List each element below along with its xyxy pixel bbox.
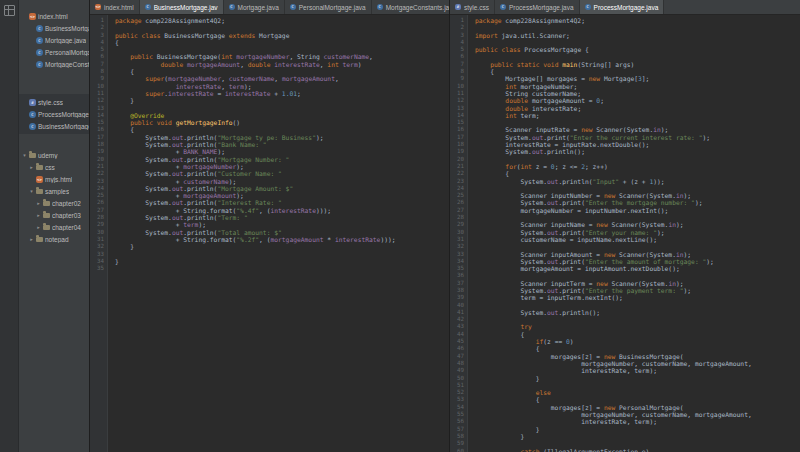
line-number[interactable]: 11: [90, 90, 107, 97]
line-number[interactable]: 42: [450, 316, 467, 323]
line-number[interactable]: 41: [450, 309, 467, 316]
line-number[interactable]: 60: [450, 448, 467, 452]
line-number[interactable]: 34: [90, 258, 107, 265]
tab-style-css[interactable]: #style.css: [450, 0, 495, 14]
code-line-27[interactable]: 27 + String.format("%.4f", (interestRate…: [90, 207, 449, 214]
code-line-13[interactable]: 13 double interestRate;: [450, 105, 800, 112]
line-number[interactable]: 4: [450, 39, 467, 46]
tree-folder-css[interactable]: ▸css: [19, 161, 89, 173]
line-number[interactable]: 52: [450, 389, 467, 396]
line-number[interactable]: 7: [450, 61, 467, 68]
line-number[interactable]: 15: [90, 119, 107, 126]
line-number[interactable]: 28: [90, 214, 107, 221]
line-number[interactable]: 46: [450, 345, 467, 352]
code-line-39[interactable]: 39 term = inputTerm.nextInt();: [450, 294, 800, 301]
tree-file-businessmortgage-java[interactable]: CBusinessMortgage.java: [19, 120, 89, 132]
code-line-46[interactable]: 46 {: [450, 345, 800, 352]
line-number[interactable]: 22: [90, 170, 107, 177]
code-line-23[interactable]: 23 + customerName);: [90, 178, 449, 185]
line-number[interactable]: 45: [450, 338, 467, 345]
line-number[interactable]: 54: [450, 404, 467, 411]
line-number[interactable]: 19: [90, 148, 107, 155]
line-number[interactable]: 9: [90, 75, 107, 82]
tab-processmortgage-java[interactable]: CProcessMortgage.java: [580, 0, 665, 14]
line-number[interactable]: 10: [90, 83, 107, 90]
line-number[interactable]: 38: [450, 287, 467, 294]
code-line-21[interactable]: 21 for(int z = 0; z <= 2; z++): [450, 163, 800, 170]
tab-processmortgage-java[interactable]: CProcessMortgage.java: [495, 0, 580, 14]
code-line-3[interactable]: 3import java.util.Scanner;: [450, 32, 800, 39]
code-line-8[interactable]: 8 {: [450, 68, 800, 75]
line-number[interactable]: 28: [450, 214, 467, 221]
line-number[interactable]: 50: [450, 375, 467, 382]
line-number[interactable]: 15: [450, 119, 467, 126]
code-line-45[interactable]: 45 if(z == 0): [450, 338, 800, 345]
line-number[interactable]: 37: [450, 280, 467, 287]
code-line-13[interactable]: 13: [90, 105, 449, 112]
line-number[interactable]: 35: [90, 265, 107, 272]
code-line-2[interactable]: 2: [450, 24, 800, 31]
line-number[interactable]: 47: [450, 353, 467, 360]
tree-file-businessmortgage-java[interactable]: CBusinessMortgage.java: [19, 22, 89, 34]
line-number[interactable]: 10: [450, 83, 467, 90]
code-line-4[interactable]: 4: [450, 39, 800, 46]
code-line-32[interactable]: 32: [450, 243, 800, 250]
code-line-4[interactable]: 4{: [90, 39, 449, 46]
tree-file-processmortgage-java[interactable]: CProcessMortgage.java: [19, 108, 89, 120]
tree-file-myjs-html[interactable]: <>myjs.html: [19, 173, 89, 185]
code-line-53[interactable]: 53 {: [450, 396, 800, 403]
tree-file-mortgage-java[interactable]: CMortgage.java: [19, 34, 89, 46]
line-number[interactable]: 22: [450, 170, 467, 177]
line-number[interactable]: 21: [450, 163, 467, 170]
code-line-33[interactable]: 33 Scanner inputAmount = new Scanner(Sys…: [450, 251, 800, 258]
line-number[interactable]: 3: [90, 32, 107, 39]
code-line-9[interactable]: 9 Mortgage[] morgages = new Mortgage[3];: [450, 75, 800, 82]
line-number[interactable]: 25: [90, 192, 107, 199]
code-line-43[interactable]: 43 try: [450, 323, 800, 330]
code-line-6[interactable]: 6: [450, 53, 800, 60]
code-line-42[interactable]: 42: [450, 316, 800, 323]
line-number[interactable]: 23: [450, 178, 467, 185]
line-number[interactable]: 16: [450, 126, 467, 133]
tab-index-html[interactable]: <>index.html: [90, 0, 140, 14]
tab-mortgage-java[interactable]: CMortgage.java: [224, 0, 285, 14]
code-line-55[interactable]: 55 mortgageNumber, customerName, mortgag…: [450, 411, 800, 418]
code-line-30[interactable]: 30 System.out.print("Enter your name: ")…: [450, 229, 800, 236]
line-number[interactable]: 33: [90, 251, 107, 258]
code-line-35[interactable]: 35: [90, 265, 449, 272]
left-editor-code-area[interactable]: 1package comp228Assignment4Q2;23public c…: [90, 15, 449, 452]
code-line-10[interactable]: 10 int mortgageNumber;: [450, 83, 800, 90]
code-line-22[interactable]: 22 System.out.println("Customer Name: ": [90, 170, 449, 177]
line-number[interactable]: 12: [450, 97, 467, 104]
line-number[interactable]: 13: [90, 105, 107, 112]
line-number[interactable]: 57: [450, 426, 467, 433]
code-line-40[interactable]: 40: [450, 302, 800, 309]
code-line-54[interactable]: 54 morgages[z] = new PersonalMortgage(: [450, 404, 800, 411]
line-number[interactable]: 49: [450, 367, 467, 374]
code-line-57[interactable]: 57 }: [450, 426, 800, 433]
line-number[interactable]: 25: [450, 192, 467, 199]
line-number[interactable]: 17: [90, 134, 107, 141]
code-line-34[interactable]: 34}: [90, 258, 449, 265]
line-number[interactable]: 33: [450, 251, 467, 258]
chevron-right-icon[interactable]: ▸: [36, 200, 41, 206]
code-line-14[interactable]: 14 int term;: [450, 112, 800, 119]
code-line-36[interactable]: 36: [450, 272, 800, 279]
code-line-7[interactable]: 7 public static void main(String[] args): [450, 61, 800, 68]
code-line-29[interactable]: 29 + term);: [90, 221, 449, 228]
code-line-31[interactable]: 31 + String.format("%.2f", (mortgageAmou…: [90, 236, 449, 243]
code-line-37[interactable]: 37 Scanner inputTerm = new Scanner(Syste…: [450, 280, 800, 287]
line-number[interactable]: 20: [450, 156, 467, 163]
code-line-6[interactable]: 6 public BusinessMortgage(int mortgageNu…: [90, 53, 449, 60]
line-number[interactable]: 29: [90, 221, 107, 228]
line-number[interactable]: 29: [450, 221, 467, 228]
line-number[interactable]: 34: [450, 258, 467, 265]
code-line-24[interactable]: 24 System.out.println("Mortgage Amount: …: [90, 185, 449, 192]
line-number[interactable]: 8: [90, 68, 107, 75]
code-line-19[interactable]: 19 + BANK_NAME);: [90, 148, 449, 155]
line-number[interactable]: 26: [90, 199, 107, 206]
line-number[interactable]: 51: [450, 382, 467, 389]
chevron-down-icon[interactable]: ▾: [29, 188, 34, 194]
code-line-17[interactable]: 17 System.out.print("Enter the current i…: [450, 134, 800, 141]
code-line-34[interactable]: 34 System.out.print("Enter the amount of…: [450, 258, 800, 265]
